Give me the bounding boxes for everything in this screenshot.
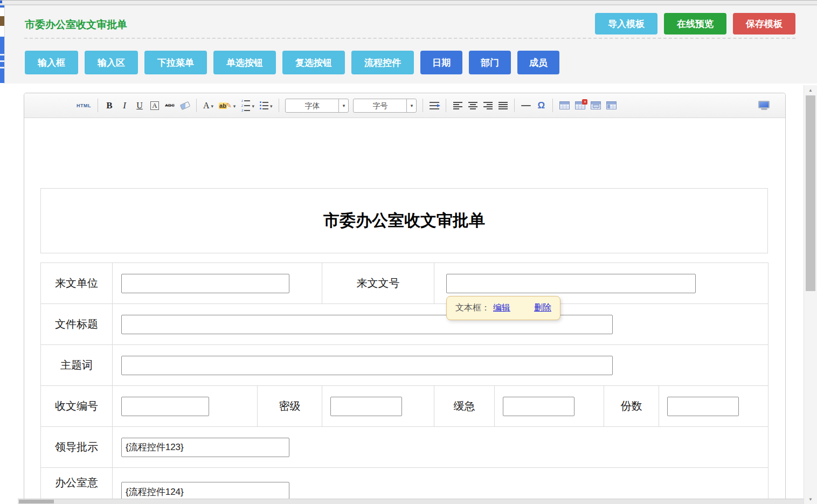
font-style-icon: A — [150, 101, 158, 110]
control-flow-control-button[interactable]: 流程控件 — [351, 51, 414, 74]
control-input-area-button[interactable]: 输入区 — [85, 51, 138, 74]
form-row-subject: 主题词 — [41, 345, 768, 386]
left-strip-blue-block — [0, 37, 4, 83]
combo-caret-icon[interactable] — [338, 99, 348, 112]
leader-remarks-control[interactable] — [121, 438, 289, 457]
combo-caret-icon[interactable] — [406, 99, 416, 112]
editor-body[interactable]: 市委办公室收文审批单 来文单位 来文文号 文件标题 — [24, 188, 785, 504]
underline-button[interactable]: U — [133, 98, 146, 113]
subject-input[interactable] — [121, 356, 613, 375]
field-label: 份数 — [604, 386, 659, 427]
bold-button[interactable]: B — [103, 98, 116, 113]
vertical-scrollbar[interactable] — [804, 85, 817, 504]
tooltip-edit-link[interactable]: 编辑 — [493, 303, 510, 312]
screen: 市委办公室收文审批单 导入模板 在线预览 保存模板 输入框 输入区 下拉菜单 单… — [0, 0, 817, 504]
left-strip-blue-sliver — [0, 5, 4, 8]
receipt-number-input[interactable] — [121, 397, 209, 416]
vertical-scroll-thumb[interactable] — [806, 95, 815, 291]
align-left-button[interactable] — [451, 98, 464, 113]
align-right-button[interactable] — [481, 98, 494, 113]
control-date-button[interactable]: 日期 — [420, 51, 462, 74]
align-justify-button[interactable] — [496, 98, 509, 113]
field-cell — [113, 304, 768, 345]
delete-table-icon — [575, 101, 585, 109]
field-label: 领导批示 — [41, 427, 113, 468]
indent-button[interactable] — [428, 98, 441, 113]
save-template-button[interactable]: 保存模板 — [733, 13, 795, 34]
tooltip-label: 文本框： — [455, 303, 490, 312]
font-style-button[interactable]: A — [148, 98, 161, 113]
insert-table-button[interactable] — [558, 98, 571, 113]
left-strip-brown-sliver — [0, 16, 4, 26]
horizontal-scrollbar[interactable] — [18, 499, 804, 504]
align-justify-icon — [498, 102, 508, 109]
cell-properties-button[interactable] — [605, 98, 618, 113]
align-center-icon — [468, 102, 477, 109]
horizontal-scroll-thumb[interactable] — [19, 500, 54, 503]
monitor-icon — [758, 101, 770, 108]
italic-icon: I — [123, 100, 126, 111]
control-radio-button[interactable]: 单选按钮 — [213, 51, 276, 74]
eraser-icon — [179, 101, 190, 109]
fullscreen-button[interactable] — [757, 98, 771, 113]
delete-table-button[interactable] — [573, 98, 587, 113]
font-family-select[interactable]: 字体 — [285, 99, 349, 113]
align-center-button[interactable] — [466, 98, 479, 113]
control-department-button[interactable]: 部门 — [469, 51, 511, 74]
dropdown-caret-icon — [232, 101, 236, 109]
field-cell — [322, 386, 434, 427]
italic-button[interactable]: I — [118, 98, 131, 113]
source-unit-input[interactable] — [121, 274, 289, 293]
cell-properties-icon — [606, 101, 617, 109]
control-input-box-button[interactable]: 输入框 — [25, 51, 78, 74]
field-cell — [495, 386, 604, 427]
special-character-button[interactable]: Ω — [535, 98, 548, 113]
doc-number-input[interactable] — [446, 274, 696, 293]
unordered-list-button[interactable] — [258, 98, 274, 113]
control-member-button[interactable]: 成员 — [517, 51, 559, 74]
scroll-up-arrow-icon[interactable] — [804, 85, 817, 95]
field-cell — [113, 386, 258, 427]
toolbar-separator — [98, 99, 98, 112]
pencil-icon — [227, 101, 232, 109]
toolbar-separator — [279, 99, 279, 112]
page-title: 市委办公室收文审批单 — [25, 18, 127, 32]
table-properties-button[interactable] — [589, 98, 603, 113]
omega-icon: Ω — [538, 100, 545, 111]
horizontal-rule-button[interactable] — [520, 98, 532, 113]
secrecy-input[interactable] — [330, 397, 402, 416]
highlight-color-button[interactable]: ab — [217, 98, 237, 113]
toolbar-separator — [446, 99, 446, 112]
insert-table-icon — [559, 101, 570, 109]
dropdown-caret-icon — [268, 101, 273, 109]
window-top-edge — [0, 0, 817, 5]
remove-format-button[interactable] — [178, 98, 191, 113]
copies-input[interactable] — [667, 397, 739, 416]
toolbar-separator — [552, 99, 553, 112]
align-left-icon — [453, 102, 462, 109]
strikethrough-button[interactable]: ABC — [163, 98, 176, 113]
form-title: 市委办公室收文审批单 — [323, 210, 485, 232]
font-size-select[interactable]: 字号 — [353, 99, 417, 113]
dropdown-caret-icon — [210, 101, 214, 109]
field-tooltip: 文本框：编辑删除 — [446, 296, 560, 320]
field-label: 主题词 — [41, 345, 113, 386]
scroll-down-arrow-icon[interactable] — [804, 495, 817, 503]
field-cell — [113, 263, 322, 304]
window-corner-accent — [0, 1, 2, 3]
font-color-button[interactable]: A — [202, 98, 215, 113]
online-preview-button[interactable]: 在线预览 — [664, 13, 726, 34]
control-insert-buttons: 输入框 输入区 下拉菜单 单选按钮 复选按钮 流程控件 日期 部门 成员 — [25, 51, 559, 74]
left-edge-strip — [0, 0, 4, 504]
html-source-button[interactable]: HTML — [75, 98, 93, 113]
ordered-list-button[interactable] — [239, 98, 256, 113]
toolbar-separator — [514, 99, 515, 112]
form-row-receipt: 收文编号 密级 缓急 份数 — [41, 386, 768, 427]
import-template-button[interactable]: 导入模板 — [595, 13, 657, 34]
tooltip-delete-link[interactable]: 删除 — [534, 303, 551, 312]
urgency-input[interactable] — [503, 397, 574, 416]
control-checkbox-button[interactable]: 复选按钮 — [282, 51, 345, 74]
control-dropdown-button[interactable]: 下拉菜单 — [144, 51, 207, 74]
form-row-doc-title: 文件标题 — [41, 304, 768, 345]
field-label: 收文编号 — [41, 386, 113, 427]
